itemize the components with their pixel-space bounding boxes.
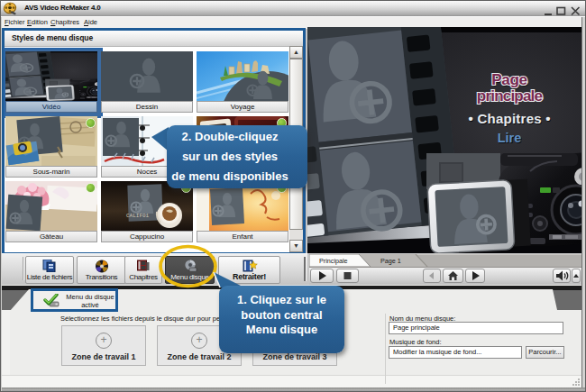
svg-text:principale: principale <box>477 87 543 105</box>
svg-text:Page 1: Page 1 <box>380 257 401 265</box>
svg-text:Page: Page <box>491 71 526 88</box>
svg-text:CALIF01: CALIF01 <box>126 213 150 219</box>
svg-text:Principale: Principale <box>319 257 348 265</box>
svg-text:Lire: Lire <box>498 131 522 145</box>
svg-text:• Chapitres •: • Chapitres • <box>469 111 551 126</box>
